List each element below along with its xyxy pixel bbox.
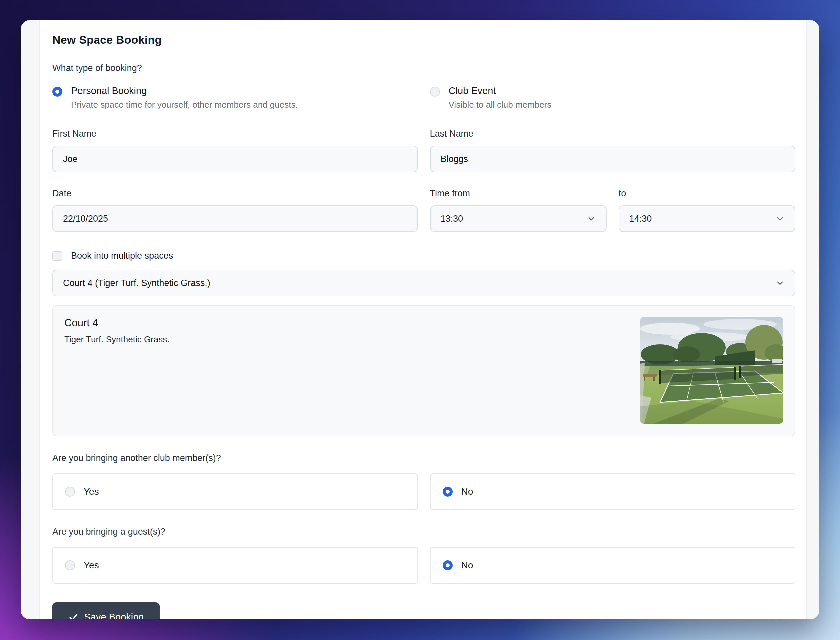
last-name-field[interactable] bbox=[430, 146, 796, 172]
personal-booking-description: Private space time for yourself, other m… bbox=[71, 100, 298, 110]
space-select-value: Court 4 (Tiger Turf. Synthetic Grass.) bbox=[63, 278, 210, 288]
member-yes-radio[interactable] bbox=[65, 487, 75, 497]
time-to-value: 14:30 bbox=[629, 214, 652, 224]
checkmark-icon bbox=[68, 612, 78, 619]
time-from-select[interactable]: 13:30 bbox=[430, 205, 606, 232]
guest-no-label: No bbox=[461, 560, 473, 571]
club-event-description: Visible to all club members bbox=[449, 100, 552, 110]
member-yes-option[interactable]: Yes bbox=[52, 473, 418, 510]
time-from-value: 13:30 bbox=[441, 214, 463, 224]
radio-club-event[interactable] bbox=[430, 87, 440, 97]
time-from-label: Time from bbox=[430, 188, 606, 199]
space-card-description: Tiger Turf. Synthetic Grass. bbox=[64, 334, 169, 345]
member-no-label: No bbox=[461, 486, 473, 497]
booking-type-question: What type of booking? bbox=[52, 63, 795, 73]
page-title: New Space Booking bbox=[52, 34, 795, 46]
guest-question: Are you bringing a guest(s)? bbox=[52, 526, 795, 537]
member-no-radio[interactable] bbox=[443, 487, 453, 497]
multi-space-row[interactable]: Book into multiple spaces bbox=[52, 251, 795, 261]
last-name-label: Last Name bbox=[430, 129, 796, 139]
radio-personal-booking[interactable] bbox=[52, 87, 62, 97]
guest-yes-option[interactable]: Yes bbox=[52, 547, 418, 584]
multi-space-label: Book into multiple spaces bbox=[71, 251, 173, 261]
booking-type-option-club-event[interactable]: Club Event Visible to all club members bbox=[430, 87, 796, 110]
guest-answer-row: Yes No bbox=[52, 547, 795, 584]
member-question: Are you bringing another club member(s)? bbox=[52, 453, 795, 463]
first-name-field[interactable] bbox=[52, 146, 418, 172]
guest-yes-label: Yes bbox=[84, 560, 99, 571]
date-field[interactable] bbox=[52, 205, 418, 232]
tennis-court-photo bbox=[640, 317, 783, 424]
space-detail-card: Court 4 Tiger Turf. Synthetic Grass. bbox=[52, 305, 795, 436]
booking-type-option-personal[interactable]: Personal Booking Private space time for … bbox=[52, 87, 418, 110]
member-no-option[interactable]: No bbox=[430, 473, 796, 510]
time-to-label: to bbox=[619, 188, 795, 199]
booking-type-options: Personal Booking Private space time for … bbox=[52, 87, 795, 110]
guest-no-radio[interactable] bbox=[443, 560, 453, 570]
space-card-title: Court 4 bbox=[64, 317, 169, 329]
chevron-down-icon bbox=[775, 214, 785, 223]
booking-modal: New Space Booking What type of booking? … bbox=[21, 20, 819, 619]
guest-yes-radio[interactable] bbox=[65, 560, 75, 570]
member-answer-row: Yes No bbox=[52, 473, 795, 510]
personal-booking-label: Personal Booking bbox=[71, 85, 298, 96]
space-select[interactable]: Court 4 (Tiger Turf. Synthetic Grass.) bbox=[52, 270, 795, 296]
date-label: Date bbox=[52, 188, 418, 199]
first-name-label: First Name bbox=[52, 129, 418, 139]
date-time-row: Date Time from 13:30 to 14:30 bbox=[52, 188, 795, 232]
name-fields-row: First Name Last Name bbox=[52, 129, 795, 172]
member-yes-label: Yes bbox=[84, 486, 99, 497]
booking-form-panel: New Space Booking What type of booking? … bbox=[39, 20, 807, 619]
chevron-down-icon bbox=[587, 214, 596, 223]
save-booking-label: Save Booking bbox=[84, 612, 144, 620]
guest-no-option[interactable]: No bbox=[430, 547, 796, 584]
club-event-label: Club Event bbox=[449, 85, 552, 96]
chevron-down-icon bbox=[775, 278, 785, 288]
time-to-select[interactable]: 14:30 bbox=[619, 205, 795, 232]
save-booking-button[interactable]: Save Booking bbox=[52, 602, 160, 619]
multi-space-checkbox[interactable] bbox=[52, 251, 62, 261]
page-background: New Space Booking What type of booking? … bbox=[0, 0, 840, 640]
